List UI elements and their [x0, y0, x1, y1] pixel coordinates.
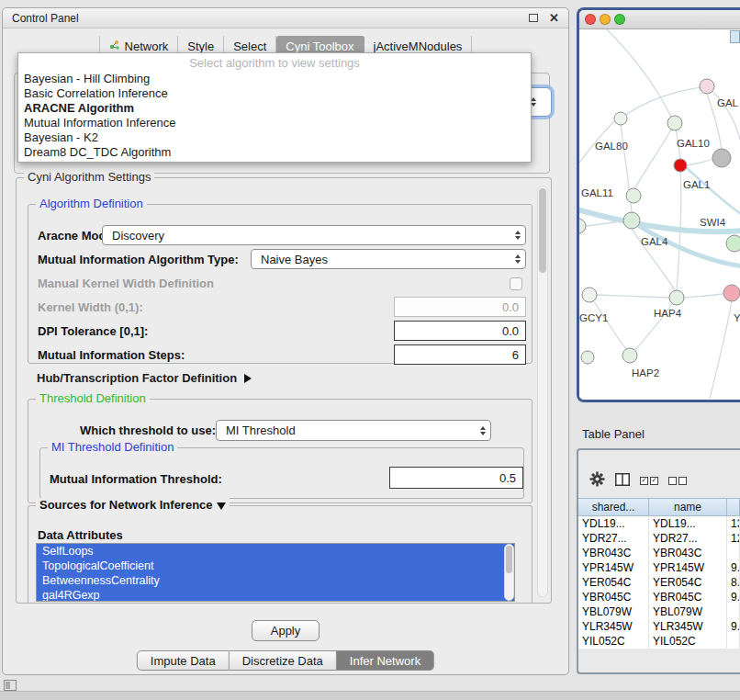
network-node[interactable]	[626, 188, 641, 203]
mi-steps-field[interactable]: 6	[394, 344, 526, 365]
network-edge[interactable]	[597, 295, 669, 298]
apply-button[interactable]: Apply	[252, 620, 320, 641]
network-canvas[interactable]: GALGAL80GAL10GAL11GAL1SWI4GAL4GCY1HAP4YH…	[579, 29, 740, 400]
control-panel-titlebar[interactable]: Control Panel ✕	[3, 8, 568, 28]
network-node[interactable]	[614, 112, 627, 125]
network-edge[interactable]	[686, 167, 740, 215]
footer-strip	[0, 691, 740, 700]
network-node[interactable]	[622, 348, 637, 363]
hub-section-toggle[interactable]: Hub/Transcription Factor Definition	[37, 371, 252, 385]
attributes-scrollbar[interactable]	[504, 544, 514, 601]
network-node[interactable]	[726, 235, 740, 252]
algorithm-option-dream8-dc-tdc-algorithm[interactable]: Dream8 DC_TDC Algorithm	[18, 145, 531, 160]
dpi-tolerance-label: DPI Tolerance [0,1]:	[38, 324, 148, 338]
mi-threshold-field[interactable]: 0.5	[389, 467, 523, 489]
bottom-tab-infer-network[interactable]: Infer Network	[337, 650, 434, 671]
attribute-item-selfloops[interactable]: SelfLoops	[37, 544, 514, 559]
hub-section-label: Hub/Transcription Factor Definition	[37, 371, 237, 385]
manual-kernel-checkbox[interactable]	[510, 277, 522, 290]
network-view-window: GALGAL80GAL10GAL11GAL1SWI4GAL4GCY1HAP4YH…	[577, 7, 740, 402]
network-edge[interactable]	[607, 29, 671, 117]
algorithm-option-basic-correlation-inference[interactable]: Basic Correlation Inference	[18, 86, 531, 101]
which-threshold-select[interactable]: MI Threshold	[216, 420, 491, 441]
network-edge[interactable]	[707, 86, 740, 140]
algorithm-option-bayesian-hill-climbing[interactable]: Bayesian - Hill Climbing	[18, 72, 531, 86]
network-edge[interactable]	[687, 159, 713, 165]
network-node[interactable]	[712, 149, 731, 167]
network-node[interactable]	[579, 219, 586, 233]
table-row[interactable]: YIL052CYIL052C	[578, 634, 740, 649]
attribute-item-betweennesscentrality[interactable]: BetweennessCentrality	[37, 573, 514, 588]
table-row[interactable]: YBR043CYBR043C	[578, 546, 740, 560]
table-cell: YBR045C	[649, 590, 727, 604]
kernel-width-field[interactable]: 0.0	[394, 297, 526, 317]
network-edge[interactable]	[594, 301, 626, 349]
combo-arrows-icon	[515, 254, 521, 264]
table-body: YDL19...YDL19...13YDR27...YDR27...12YBR0…	[578, 516, 740, 649]
close-icon[interactable]: ✕	[549, 12, 559, 24]
zoom-traffic-light-icon[interactable]	[614, 14, 625, 25]
algorithm-option-aracne-algorithm[interactable]: ARACNE Algorithm	[18, 101, 531, 116]
minimize-traffic-light-icon[interactable]	[600, 14, 611, 25]
table-cell: YBR043C	[578, 546, 649, 560]
table-column-header[interactable]: shared...	[578, 499, 649, 515]
mi-threshold-legend: MI Threshold Definition	[48, 440, 177, 454]
kernel-width-label: Kernel Width (0,1):	[38, 300, 143, 314]
table-column-header[interactable]: name	[649, 499, 727, 515]
network-edge[interactable]	[684, 294, 723, 298]
table-row[interactable]: YDL19...YDL19...13	[578, 516, 740, 531]
network-edge[interactable]	[586, 220, 623, 226]
table-cell	[727, 546, 740, 560]
table-cell: 12	[727, 531, 740, 546]
mi-threshold-label: Mutual Information Threshold:	[50, 472, 222, 486]
sources-legend[interactable]: Sources for Network Inference	[36, 498, 230, 512]
tab-label: Style	[187, 40, 214, 53]
network-node[interactable]	[623, 212, 640, 229]
attribute-item-gal4rgexp[interactable]: gal4RGexp	[37, 588, 514, 602]
table-row[interactable]: YBL079WYBL079W	[578, 604, 740, 619]
table-column-header[interactable]	[727, 499, 740, 515]
network-edge[interactable]	[634, 123, 675, 189]
apply-button-label: Apply	[271, 624, 301, 638]
network-node[interactable]	[700, 79, 714, 94]
network-node[interactable]	[723, 285, 740, 301]
network-node[interactable]	[669, 290, 684, 305]
aracne-mode-select[interactable]: Discovery	[102, 225, 526, 245]
network-node-label-gal4: GAL4	[641, 236, 668, 247]
checked-pair-icon[interactable]: ✓✓	[640, 477, 658, 485]
attribute-item-topologicalcoefficient[interactable]: TopologicalCoefficient	[37, 559, 514, 573]
columns-icon[interactable]	[615, 473, 630, 489]
table-row[interactable]: YDR27...YDR27...12	[578, 531, 740, 546]
dpi-tolerance-field[interactable]: 0.0	[394, 321, 526, 341]
settings-scrollbar-thumb[interactable]	[539, 188, 546, 273]
canvas-scroll-nub[interactable]	[730, 30, 740, 43]
unchecked-pair-icon[interactable]	[668, 477, 687, 485]
network-window-titlebar[interactable]	[579, 10, 740, 29]
table-row[interactable]: YPR145WYPR145W9.	[578, 560, 740, 575]
bottom-tab-impute-data[interactable]: Impute Data	[137, 650, 230, 671]
table-cell: 13	[727, 516, 740, 531]
network-node[interactable]	[667, 116, 682, 130]
algorithm-option-bayesian-k2[interactable]: Bayesian - K2	[18, 130, 531, 145]
network-node[interactable]	[581, 351, 594, 364]
settings-scrollbar[interactable]	[537, 186, 548, 597]
mi-type-select[interactable]: Naive Bayes	[251, 249, 526, 269]
bottom-tab-discretize-data[interactable]: Discretize Data	[230, 650, 337, 671]
table-row[interactable]: YBR045CYBR045C9.	[578, 590, 740, 604]
network-edge[interactable]	[710, 301, 732, 399]
which-threshold-label: Which threshold to use:	[80, 423, 216, 437]
threshold-definition-groupbox: Threshold Definition Which threshold to …	[28, 399, 533, 503]
table-row[interactable]: YLR345WYLR345W9.	[578, 619, 740, 634]
docked-panel-icon[interactable]	[4, 680, 17, 691]
table-cell: YDR27...	[649, 531, 727, 546]
table-cell	[727, 604, 740, 619]
close-traffic-light-icon[interactable]	[585, 14, 596, 25]
table-row[interactable]: YER054CYER054C8.	[578, 575, 740, 590]
network-node[interactable]	[582, 288, 597, 302]
network-node-label-y: Y	[734, 312, 740, 323]
gear-icon[interactable]	[589, 471, 605, 490]
attributes-scrollbar-thumb[interactable]	[506, 546, 512, 573]
algorithm-option-mutual-information-inference[interactable]: Mutual Information Inference	[18, 116, 531, 130]
float-window-icon[interactable]	[529, 14, 538, 22]
network-node[interactable]	[674, 159, 687, 172]
